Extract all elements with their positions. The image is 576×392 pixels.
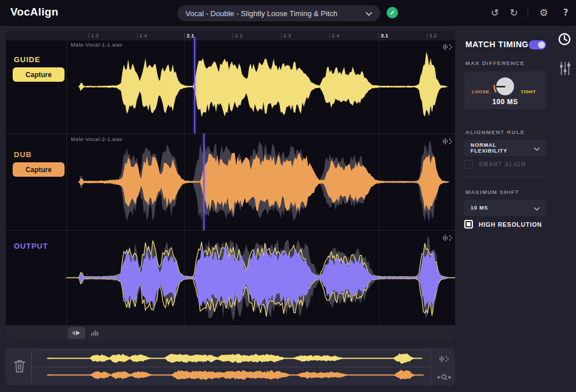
ruler-tick-3.2: 3.2 xyxy=(427,32,437,39)
maximum-shift-label: MAXIMUM SHIFT xyxy=(465,189,519,195)
checkbox-mark xyxy=(467,222,471,226)
overview-panel xyxy=(6,348,455,386)
dub-track-label: DUB xyxy=(14,150,32,159)
preset-label: Vocal - Double - Slightly Loose Timing &… xyxy=(185,9,338,18)
guide-capture-button[interactable]: Capture xyxy=(13,67,65,82)
ruler-tick-1.3: 1.3 xyxy=(89,32,98,39)
output-track-label: OUTPUT xyxy=(14,242,48,250)
max-difference-value: 100 MS xyxy=(464,98,546,106)
history-clock-icon[interactable] xyxy=(558,32,571,46)
output-analysis-icon[interactable] xyxy=(442,234,453,241)
waveform-path xyxy=(66,52,455,117)
vocalign-window: VocAlign Vocal - Double - Slightly Loose… xyxy=(0,0,576,392)
track-panel: 1.31.42.12.22.32.43.13.2 GUIDE Capture M… xyxy=(6,31,455,341)
dub-analysis-icon[interactable] xyxy=(442,137,453,144)
ruler-tick-3.1: 3.1 xyxy=(378,32,388,39)
alignment-rule-dropdown[interactable]: NORMAL FLEXIBILITY xyxy=(464,140,546,156)
alignment-rule-label: ALIGNMENT RULE xyxy=(465,129,525,135)
max-difference-label: MAX DIFFERENCE xyxy=(465,60,525,66)
bar-gridline xyxy=(378,40,379,325)
knob-max-label: TIGHT xyxy=(521,89,536,94)
zoom-icon[interactable] xyxy=(437,373,452,380)
redo-button[interactable]: ↻ xyxy=(507,6,520,19)
high-resolution-label: HIGH RESOLUTION xyxy=(479,221,542,228)
play-tool-button[interactable] xyxy=(68,327,85,339)
guide-track-row: GUIDE Capture Male-Vocal-1-1.wav xyxy=(6,40,455,134)
chevron-down-icon xyxy=(534,143,540,153)
dub-playhead[interactable] xyxy=(203,134,204,230)
help-button[interactable]: ? xyxy=(559,6,572,19)
overview-divider xyxy=(31,351,32,382)
undo-button[interactable]: ↺ xyxy=(488,6,501,19)
chevron-down-icon xyxy=(366,8,372,18)
match-timing-toggle[interactable] xyxy=(529,40,546,50)
trash-icon[interactable] xyxy=(13,359,28,375)
max-difference-knob[interactable] xyxy=(492,74,518,99)
timeline-ruler[interactable]: 1.31.42.12.22.32.43.13.2 xyxy=(6,31,455,40)
guide-analysis-icon[interactable] xyxy=(442,43,453,50)
dub-track-row: DUB Capture Male-Vocal-2-1.wav xyxy=(6,134,455,230)
histogram-tool-button[interactable] xyxy=(90,328,100,337)
maximum-shift-value: 10 MS xyxy=(471,205,488,211)
track-tool-strip xyxy=(6,325,455,341)
advanced-sliders-icon[interactable] xyxy=(559,61,571,76)
ruler-tick-2.1: 2.1 xyxy=(184,32,194,39)
overview-guide-waveform[interactable] xyxy=(35,350,430,367)
overview-analysis-icon[interactable] xyxy=(439,355,449,362)
settings-gear-button[interactable]: ⚙ xyxy=(537,6,550,19)
app-logo: VocAlign xyxy=(10,6,58,18)
maximum-shift-dropdown[interactable]: 10 MS xyxy=(464,200,546,216)
preset-selector[interactable]: Vocal - Double - Slightly Loose Timing &… xyxy=(177,5,380,21)
overview-dub-waveform[interactable] xyxy=(35,367,430,383)
toolbar-divider xyxy=(528,7,528,18)
high-resolution-checkbox-row[interactable]: HIGH RESOLUTION xyxy=(464,220,542,229)
sidebar-divider xyxy=(464,177,546,177)
match-timing-label: MATCH TIMING xyxy=(465,40,529,49)
check-glyph: ✓ xyxy=(389,9,395,17)
guide-track-label: GUIDE xyxy=(14,55,40,64)
guide-playhead[interactable] xyxy=(194,37,195,134)
toggle-knob xyxy=(538,41,545,48)
high-resolution-checkbox[interactable] xyxy=(464,220,473,229)
ruler-tick-2.3: 2.3 xyxy=(281,32,291,39)
alignment-rule-value: NORMAL FLEXIBILITY xyxy=(471,142,534,154)
ruler-tick-2.2: 2.2 xyxy=(233,32,242,39)
ruler-tick-2.4: 2.4 xyxy=(329,32,339,39)
waveform-path xyxy=(35,370,430,380)
status-ok-icon: ✓ xyxy=(386,7,398,18)
smart-align-checkbox-row[interactable]: SMART ALIGN xyxy=(464,160,526,169)
output-track-row: OUTPUT xyxy=(6,230,455,325)
smart-align-label: SMART ALIGN xyxy=(479,161,526,168)
ruler-tick-1.4: 1.4 xyxy=(137,32,147,39)
max-difference-panel: LOOSE TIGHT 100 MS xyxy=(464,71,546,109)
dub-waveform[interactable] xyxy=(66,134,455,230)
chevron-down-icon xyxy=(534,203,540,213)
output-waveform[interactable] xyxy=(66,230,455,325)
smart-align-checkbox[interactable] xyxy=(464,160,473,169)
waveform-path xyxy=(35,353,430,364)
top-bar: VocAlign Vocal - Double - Slightly Loose… xyxy=(0,0,576,26)
bar-gridline xyxy=(184,40,185,325)
dub-capture-button[interactable]: Capture xyxy=(13,162,65,177)
overview-divider xyxy=(430,348,431,386)
knob-min-label: LOOSE xyxy=(472,89,490,94)
guide-waveform[interactable] xyxy=(66,40,455,134)
